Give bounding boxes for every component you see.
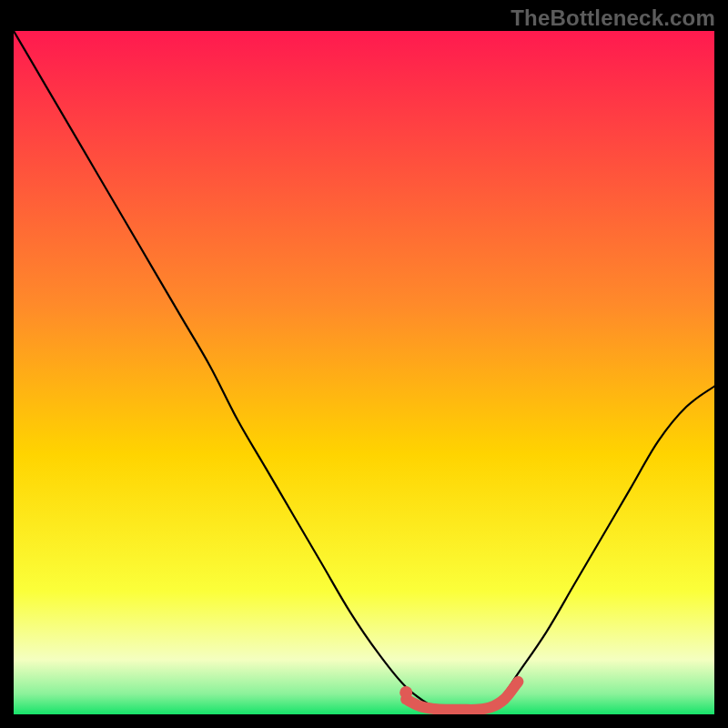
chart-container: TheBottleneck.com <box>0 0 728 728</box>
plot-area <box>14 31 714 714</box>
chart-svg <box>14 31 714 714</box>
highlight-dot <box>399 686 412 699</box>
gradient-background <box>14 31 714 714</box>
watermark-text: TheBottleneck.com <box>511 5 715 31</box>
